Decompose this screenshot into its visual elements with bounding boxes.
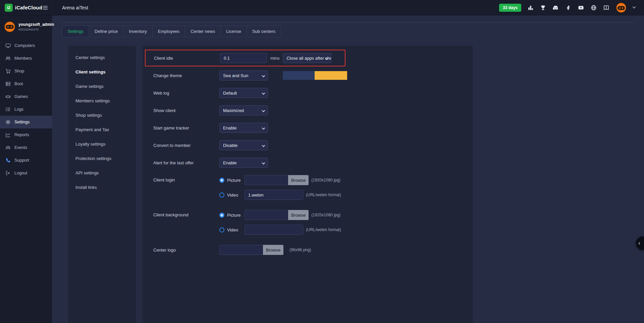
theme-preview — [283, 71, 347, 80]
client-background-picture-input[interactable] — [245, 210, 288, 220]
nav-api-settings[interactable]: API settings — [68, 166, 136, 180]
sidebar-item-shop[interactable]: Shop — [0, 65, 52, 77]
theme-swatch-dark — [283, 71, 315, 80]
sidebar-user: youngzsoft_admin 005193482475 — [0, 15, 52, 39]
sidebar-item-events[interactable]: Events — [0, 141, 52, 154]
gamepad-icon — [5, 94, 11, 99]
sidebar-item-label: Boot — [14, 82, 23, 86]
license-days-badge[interactable]: 33 days — [499, 4, 521, 12]
nav-game-settings[interactable]: Game settings — [68, 79, 136, 94]
cart-icon — [5, 68, 11, 74]
tab-center-news[interactable]: Center news — [185, 25, 221, 37]
nav-center-settings[interactable]: Center settings — [68, 50, 136, 65]
chevron-down-icon — [262, 74, 265, 77]
trophy-icon[interactable] — [540, 5, 546, 11]
gear-icon — [5, 119, 11, 125]
client-login-picture-input[interactable] — [245, 175, 288, 185]
tab-license[interactable]: License — [220, 25, 247, 37]
user-name: youngzsoft_admin — [18, 21, 54, 27]
theme-swatch-yellow — [315, 71, 347, 80]
client-background-video-input[interactable] — [245, 225, 303, 235]
convert-to-member-row: Convert to member Disable — [153, 140, 462, 150]
picture-radio[interactable] — [219, 178, 224, 183]
avatar-face — [618, 6, 625, 10]
browse-button[interactable]: Browse — [288, 175, 309, 185]
format-hint: (96x96 png) — [289, 248, 311, 252]
red-highlight-box: Client idle mins Close all apps after ch… — [145, 50, 345, 66]
nav-shop-settings[interactable]: Shop settings — [68, 108, 136, 122]
sidebar-item-logs[interactable]: Logs — [0, 103, 52, 116]
video-radio[interactable] — [219, 193, 224, 198]
client-background-video-option: Video (URL/webm format) — [219, 225, 341, 235]
book-icon[interactable] — [603, 5, 609, 11]
browse-button[interactable]: Browse — [288, 210, 309, 220]
field-label: Client background — [153, 210, 219, 217]
sidebar-item-label: Support — [14, 158, 29, 163]
chevron-down-icon[interactable] — [633, 5, 636, 9]
select-value: Disable — [223, 143, 237, 148]
nav-members-settings[interactable]: Members settings — [68, 94, 136, 108]
chevron-down-icon — [262, 109, 265, 112]
alert-offer-select[interactable]: Enable — [219, 158, 268, 168]
page-title: Arena aiTest — [62, 5, 88, 10]
nav-payment-and-tax[interactable]: Payment and Tax — [68, 122, 136, 137]
radio-label: Video — [227, 193, 245, 198]
sidebar-item-computers[interactable]: Computers — [0, 39, 52, 52]
center-logo-input[interactable] — [219, 245, 263, 255]
field-label: Center logo — [153, 248, 219, 253]
client-login-video-option: Video (URL/webm format) — [219, 190, 341, 200]
topbar-actions: 33 days — [499, 2, 644, 13]
picture-radio[interactable] — [219, 213, 224, 218]
nav-client-settings[interactable]: Client settings — [68, 65, 136, 79]
convert-member-select[interactable]: Disable — [219, 140, 268, 150]
video-radio[interactable] — [219, 227, 224, 232]
tab-sub-centers[interactable]: Sub centers — [247, 25, 281, 37]
client-idle-input[interactable] — [220, 53, 267, 63]
sidebar: youngzsoft_admin 005193482475 Computers … — [0, 15, 52, 323]
client-login-video-input[interactable] — [245, 190, 303, 200]
browse-button[interactable]: Browse — [263, 245, 283, 255]
client-idle-action-select[interactable]: Close all apps after che — [283, 53, 331, 63]
globe-icon[interactable] — [591, 5, 597, 11]
sidebar-item-boot[interactable]: Boot — [0, 77, 52, 90]
youtube-icon[interactable] — [578, 5, 584, 11]
web-log-select[interactable]: Default — [219, 88, 268, 98]
sidebar-item-logout[interactable]: Logout — [0, 167, 52, 179]
sidebar-item-label: Logout — [14, 171, 27, 175]
client-idle-row: Client idle mins Close all apps after ch… — [154, 53, 331, 63]
sidebar-item-label: Computers — [14, 43, 35, 48]
radio-label: Video — [227, 227, 245, 232]
header-divider — [62, 22, 634, 22]
tab-inventory[interactable]: Inventory — [123, 25, 152, 37]
hamburger-menu-icon[interactable] — [42, 5, 48, 11]
discord-icon[interactable] — [552, 5, 559, 11]
tab-employees[interactable]: Employees — [152, 25, 185, 37]
select-value: Close all apps after che — [286, 56, 331, 61]
nav-install-links[interactable]: Install links — [68, 180, 136, 195]
main-content: Settings Define price Inventory Employee… — [52, 22, 644, 323]
field-label: Convert to member — [153, 143, 219, 148]
facebook-icon[interactable] — [565, 5, 571, 11]
change-theme-row: Change theme Sea and Sun — [153, 70, 462, 80]
tab-define-price[interactable]: Define price — [89, 25, 123, 37]
sidebar-item-games[interactable]: Games — [0, 90, 52, 103]
field-label: Alert for the last offer — [153, 160, 219, 165]
select-value: Enable — [223, 125, 236, 130]
sidebar-item-reports[interactable]: Reports — [0, 128, 52, 141]
chevron-down-icon — [262, 126, 265, 130]
radio-label: Picture — [227, 213, 245, 218]
ranking-icon[interactable] — [528, 5, 534, 11]
sidebar-item-settings[interactable]: Settings — [0, 116, 52, 128]
select-value: Enable — [223, 160, 236, 165]
sidebar-avatar[interactable] — [4, 21, 15, 33]
game-tracker-select[interactable]: Enable — [219, 123, 268, 133]
show-client-select[interactable]: Maximized — [219, 105, 268, 115]
user-avatar[interactable] — [616, 2, 627, 13]
sidebar-item-members[interactable]: Members — [0, 52, 52, 65]
nav-protection-settings[interactable]: Protection settings — [68, 151, 136, 166]
nav-loyalty-settings[interactable]: Loyalty settings — [68, 137, 136, 151]
tab-settings[interactable]: Settings — [62, 25, 89, 37]
sidebar-item-support[interactable]: Support — [0, 154, 52, 167]
theme-select[interactable]: Sea and Sun — [219, 70, 268, 80]
settings-content: Center settings Client settings Game set… — [62, 46, 634, 323]
